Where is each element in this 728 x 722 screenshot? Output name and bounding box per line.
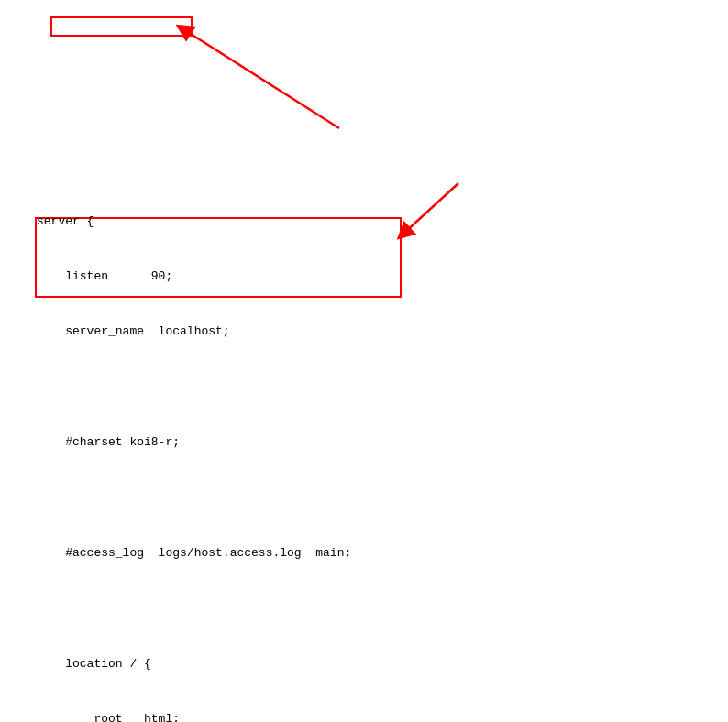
code-line-3: server_name localhost; (37, 323, 710, 341)
code-line-4 (37, 378, 710, 397)
code-line-7: #access_log logs/host.access.log main; (37, 544, 710, 563)
svg-line-1 (183, 29, 339, 128)
code-line-5: #charset koi8-r; (37, 433, 710, 452)
code-editor: server { listen 90; server_name localhos… (0, 0, 728, 722)
code-line-8 (37, 600, 710, 618)
code-line-1: server { (37, 213, 710, 231)
code-line-9: location / { (37, 655, 710, 673)
code-line-10: root html; (37, 710, 710, 722)
code-line-6 (37, 489, 710, 508)
listen-highlight-box (50, 16, 193, 37)
code-line-2: listen 90; (37, 268, 710, 286)
